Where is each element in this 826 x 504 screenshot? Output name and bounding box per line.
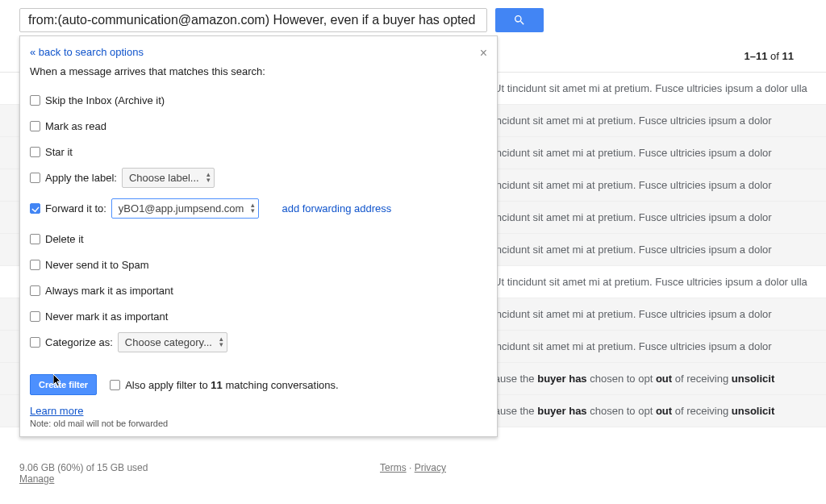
result-range: 1–11 <box>745 50 768 62</box>
forward-note: Note: old mail will not be forwarded <box>30 419 487 428</box>
add-forward-link[interactable]: add forwarding address <box>282 202 391 215</box>
learn-more-link[interactable]: Learn more <box>30 405 83 417</box>
label-apply-label: Apply the label: <box>45 172 117 184</box>
cursor-icon <box>53 374 63 387</box>
footer: 9.06 GB (60%) of 15 GB used Manage Terms… <box>19 462 807 485</box>
search-button[interactable] <box>495 8 544 32</box>
checkbox-skip-inbox[interactable] <box>30 95 40 106</box>
label-delete-it: Delete it <box>45 233 84 245</box>
filter-panel: « back to search options × When a messag… <box>19 35 498 437</box>
label-always-important: Always mark it as important <box>45 285 173 297</box>
search-bar <box>0 0 826 39</box>
row-snippet: - Ut tincidunt sit amet mi at pretium. F… <box>471 211 772 223</box>
checkbox-delete-it[interactable] <box>30 234 40 244</box>
close-icon[interactable]: × <box>480 46 487 60</box>
select-category[interactable]: Choose category...▴▾ <box>118 332 227 352</box>
label-forward-to: Forward it to: <box>45 202 106 215</box>
label-skip-inbox: Skip the Inbox (Archive it) <box>45 94 165 106</box>
privacy-link[interactable]: Privacy <box>415 462 446 473</box>
checkbox-apply-label[interactable] <box>30 173 40 183</box>
row-snippet: - Ut tincidunt sit amet mi at pretium. F… <box>487 276 807 288</box>
also-apply-count: 11 <box>211 379 222 391</box>
select-forward-address[interactable]: yBO1@app.jumpsend.com▴▾ <box>111 198 260 219</box>
also-apply-prefix: Also apply filter to <box>125 379 211 391</box>
filter-heading: When a message arrives that matches this… <box>30 65 487 77</box>
row-snippet: - because the buyer has chosen to opt ou… <box>471 405 774 417</box>
updown-icon: ▴▾ <box>219 336 223 348</box>
checkbox-never-spam[interactable] <box>30 260 40 270</box>
row-snippet: - Ut tincidunt sit amet mi at pretium. F… <box>471 244 772 256</box>
label-mark-read: Mark as read <box>45 120 106 132</box>
also-apply-suffix: matching conversations. <box>223 379 339 391</box>
label-never-spam: Never send it to Spam <box>45 259 149 271</box>
row-snippet: - Ut tincidunt sit amet mi at pretium. F… <box>471 115 772 127</box>
checkbox-categorize[interactable] <box>30 337 40 348</box>
back-to-search-link[interactable]: « back to search options <box>30 46 144 60</box>
create-filter-button[interactable]: Create filter <box>30 374 97 395</box>
storage-text: 9.06 GB (60%) of 15 GB used <box>19 462 148 473</box>
label-star-it: Star it <box>45 146 73 158</box>
row-snippet: - Ut tincidunt sit amet mi at pretium. F… <box>487 82 807 94</box>
checkbox-forward-to[interactable] <box>30 203 40 214</box>
label-never-important: Never mark it as important <box>45 310 168 323</box>
label-categorize: Categorize as: <box>45 336 113 348</box>
row-snippet: - Ut tincidunt sit amet mi at pretium. F… <box>471 147 772 159</box>
result-of: of <box>770 50 779 62</box>
manage-link[interactable]: Manage <box>19 473 148 485</box>
row-snippet: - Ut tincidunt sit amet mi at pretium. F… <box>471 308 772 320</box>
checkbox-also-apply[interactable] <box>110 380 120 390</box>
checkbox-star-it[interactable] <box>30 147 40 157</box>
terms-link[interactable]: Terms <box>380 462 407 473</box>
updown-icon: ▴▾ <box>206 172 211 183</box>
row-snippet: - Ut tincidunt sit amet mi at pretium. F… <box>471 340 772 352</box>
updown-icon: ▴▾ <box>251 202 255 214</box>
row-snippet: - Ut tincidunt sit amet mi at pretium. F… <box>471 179 772 191</box>
checkbox-always-important[interactable] <box>30 285 40 296</box>
row-snippet: - because the buyer has chosen to opt ou… <box>471 373 774 385</box>
search-input[interactable] <box>19 8 487 32</box>
select-label[interactable]: Choose label...▴▾ <box>122 168 215 188</box>
checkbox-mark-read[interactable] <box>30 121 40 131</box>
result-total: 11 <box>782 50 794 62</box>
checkbox-never-important[interactable] <box>30 311 40 322</box>
search-icon <box>513 14 526 27</box>
